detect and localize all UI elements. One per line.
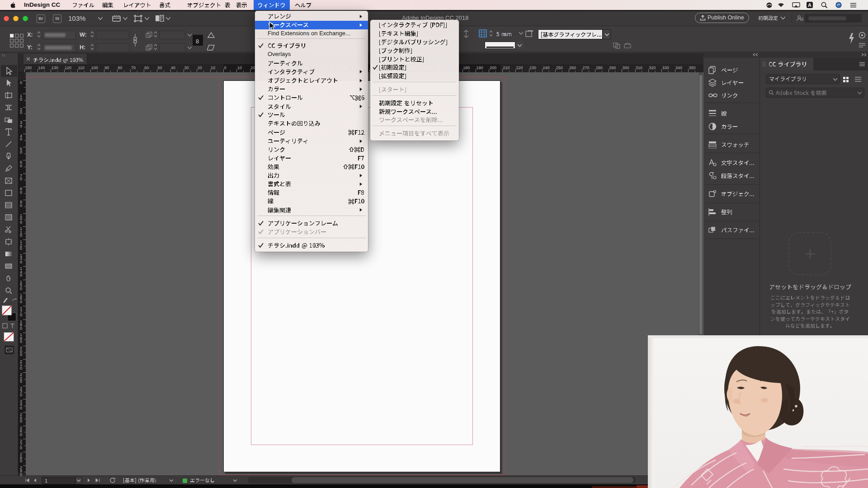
- svg-text:A: A: [808, 2, 811, 8]
